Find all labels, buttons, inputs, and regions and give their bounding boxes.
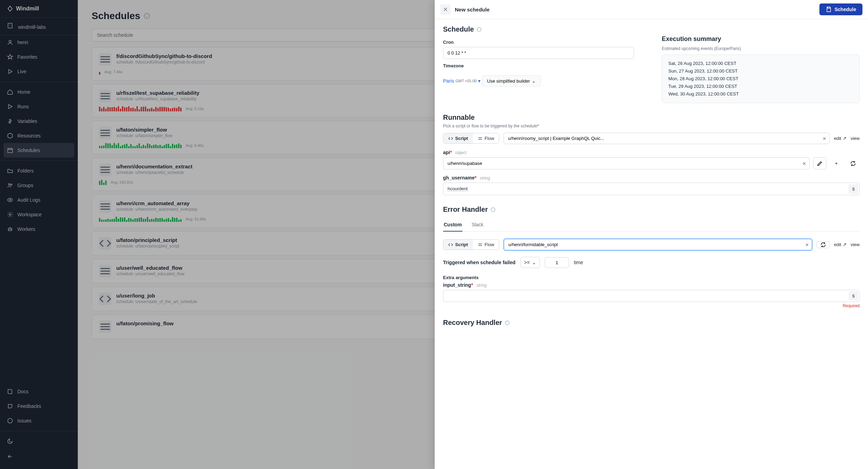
save-schedule-button[interactable]: Schedule [819, 3, 862, 15]
runnable-path-input[interactable] [503, 133, 830, 144]
refresh-error-button[interactable] [817, 241, 830, 248]
svg-point-16 [505, 321, 509, 325]
execution-event: Tue, 29 Aug 2023, 12:00:00 CEST [668, 83, 853, 90]
chevron-down-icon: ⌄ [532, 260, 536, 265]
extra-args-label: Extra arguments [443, 275, 860, 280]
clear-runnable-button[interactable]: ✕ [823, 136, 826, 141]
chevron-down-icon: ▾ [478, 78, 481, 84]
code-icon [448, 136, 453, 141]
flow-icon [478, 136, 483, 141]
execution-event: Wed, 30 Aug 2023, 12:00:00 CEST [668, 90, 853, 98]
trigger-operator-select[interactable]: >= ⌄ [520, 257, 540, 268]
edit-runnable-link[interactable]: edit ↗ [834, 136, 846, 141]
chevron-down-icon: ⌄ [532, 78, 536, 84]
svg-point-14 [477, 27, 481, 32]
gh-username-label: gh_username* [443, 175, 477, 181]
input-string-input[interactable] [443, 290, 860, 302]
execution-event: Sun, 27 Aug 2023, 12:00:00 CEST [668, 67, 853, 75]
error-handler-input[interactable] [503, 238, 812, 251]
save-icon [826, 6, 832, 12]
gh-username-var-button[interactable]: $ [849, 184, 858, 194]
required-text: Required [443, 303, 860, 308]
external-link-icon: ↗ [843, 242, 846, 247]
new-schedule-drawer: New schedule Schedule Schedule Cron Time… [435, 0, 868, 469]
error-type-toggle: Script Flow [443, 239, 499, 250]
refresh-icon [850, 160, 856, 167]
refresh-api-button[interactable] [846, 157, 860, 169]
info-icon[interactable] [477, 27, 482, 32]
input-string-var-button[interactable]: $ [849, 291, 858, 301]
api-arg-label: api* [443, 150, 452, 155]
clear-error-handler-button[interactable]: ✕ [805, 242, 809, 247]
runnable-section-title: Runnable [443, 114, 860, 122]
execution-summary-sub: Estimated upcoming events (Europe/Paris) [662, 46, 860, 51]
error-script-pill[interactable]: Script [443, 240, 473, 250]
schedule-section-title: Schedule [443, 25, 860, 33]
svg-point-15 [491, 208, 495, 212]
execution-event: Mon, 28 Aug 2023, 12:00:00 CEST [668, 75, 853, 83]
api-arg-input[interactable] [443, 157, 810, 169]
svg-rect-13 [828, 7, 830, 8]
script-pill[interactable]: Script [443, 133, 473, 143]
plus-icon: + [835, 161, 838, 166]
view-error-link[interactable]: view [851, 242, 860, 247]
runnable-helper: Pick a script or flow to be triggered by… [443, 124, 860, 128]
timezone-label: Timezone [443, 63, 641, 68]
flow-icon [478, 242, 483, 247]
input-string-label: input_string* [443, 282, 473, 288]
execution-summary-title: Execution summary [662, 35, 860, 43]
trigger-count-input[interactable] [545, 257, 569, 268]
tab-slack[interactable]: Slack [471, 218, 484, 231]
code-icon [448, 242, 453, 247]
cron-input[interactable] [443, 47, 634, 59]
error-handler-tabs: Custom Slack [443, 218, 860, 232]
edit-api-button[interactable] [813, 157, 826, 169]
runnable-type-toggle: Script Flow [443, 133, 499, 144]
error-handler-title: Error Handler [443, 206, 860, 213]
error-flow-pill[interactable]: Flow [473, 240, 499, 250]
simplified-builder-button[interactable]: Use simplified builder ⌄ [482, 75, 541, 87]
view-runnable-link[interactable]: view [851, 136, 860, 141]
clear-api-button[interactable]: ✕ [802, 161, 806, 166]
edit-error-link[interactable]: edit ↗ [834, 242, 846, 247]
flow-pill[interactable]: Flow [473, 133, 499, 143]
execution-events-box: Sat, 26 Aug 2023, 12:00:00 CESTSun, 27 A… [662, 55, 860, 103]
close-icon [442, 6, 449, 12]
info-icon[interactable] [505, 320, 510, 325]
trigger-label: Triggered when schedule failed [443, 260, 516, 265]
pencil-icon [817, 160, 823, 167]
tab-custom[interactable]: Custom [443, 218, 462, 232]
execution-event: Sat, 26 Aug 2023, 12:00:00 CEST [668, 60, 853, 67]
cron-label: Cron [443, 40, 641, 45]
gh-username-input[interactable]: hcourdent [443, 183, 860, 195]
external-link-icon: ↗ [843, 136, 846, 141]
info-icon[interactable] [491, 207, 495, 212]
refresh-icon [820, 242, 826, 248]
timezone-selector[interactable]: Paris GMT +01:00 ▾ [443, 78, 481, 84]
trigger-unit: time [574, 260, 583, 265]
add-api-button[interactable]: + [830, 157, 843, 169]
close-drawer-button[interactable] [440, 4, 451, 15]
drawer-title: New schedule [455, 7, 490, 12]
recovery-handler-title: Recovery Handler [443, 319, 860, 327]
